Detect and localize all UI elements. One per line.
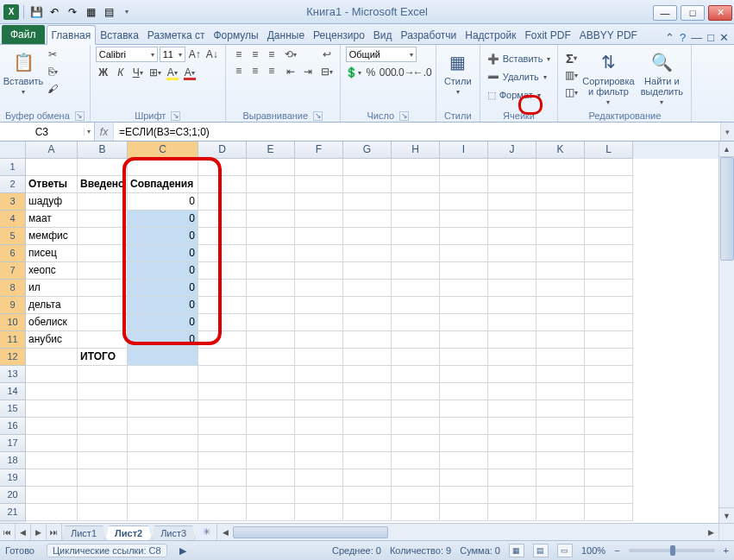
- cell-J12[interactable]: [488, 349, 536, 366]
- scroll-down-icon[interactable]: ▼: [719, 507, 734, 523]
- cell-I20[interactable]: [440, 487, 488, 504]
- row-header-8[interactable]: 8: [0, 280, 26, 297]
- cell-I14[interactable]: [440, 383, 488, 400]
- cell-G11[interactable]: [343, 331, 392, 349]
- cell-H18[interactable]: [392, 452, 440, 469]
- font-color-icon[interactable]: A▾: [182, 65, 198, 80]
- cell-A7[interactable]: хеопс: [26, 262, 78, 280]
- cell-A20[interactable]: [26, 487, 78, 504]
- row-header-16[interactable]: 16: [0, 418, 26, 435]
- cell-K11[interactable]: [536, 331, 585, 349]
- cell-H9[interactable]: [392, 297, 440, 314]
- cell-E11[interactable]: [247, 331, 295, 349]
- cell-K17[interactable]: [536, 435, 585, 452]
- close-button[interactable]: ✕: [708, 5, 732, 21]
- cell-J17[interactable]: [488, 435, 536, 452]
- ribbon-minimize-icon[interactable]: ⌃: [665, 31, 674, 44]
- comma-icon[interactable]: 000: [380, 65, 396, 80]
- cell-A11[interactable]: анубис: [26, 331, 78, 349]
- row-header-1[interactable]: 1: [0, 159, 26, 176]
- sheet-tab-1[interactable]: Лист1: [61, 525, 106, 540]
- cell-E18[interactable]: [247, 452, 295, 469]
- horizontal-scrollbar[interactable]: ◀ ▶: [216, 524, 718, 540]
- cell-A4[interactable]: маат: [26, 211, 78, 228]
- cell-D17[interactable]: [198, 435, 247, 452]
- cell-H15[interactable]: [392, 400, 440, 418]
- view-pagebreak-icon[interactable]: ▭: [557, 544, 573, 557]
- hscroll-thumb[interactable]: [233, 526, 388, 538]
- cell-E16[interactable]: [247, 418, 295, 435]
- cell-I19[interactable]: [440, 469, 488, 487]
- cell-D3[interactable]: [198, 193, 247, 211]
- cell-B7[interactable]: [78, 262, 128, 280]
- cell-H11[interactable]: [392, 331, 440, 349]
- cell-L17[interactable]: [585, 435, 633, 452]
- cell-J14[interactable]: [488, 383, 536, 400]
- increase-indent-icon[interactable]: ⇥: [300, 64, 316, 79]
- cell-E21[interactable]: [247, 504, 295, 521]
- tab-insert[interactable]: Вставка: [96, 26, 143, 44]
- save-icon[interactable]: 💾: [28, 4, 44, 20]
- cell-H10[interactable]: [392, 314, 440, 331]
- cell-E15[interactable]: [247, 400, 295, 418]
- cell-C5[interactable]: 0: [128, 228, 198, 245]
- cell-C12[interactable]: [128, 349, 198, 366]
- cell-A5[interactable]: мемфис: [26, 228, 78, 245]
- cell-F7[interactable]: [295, 262, 343, 280]
- cell-L14[interactable]: [585, 383, 633, 400]
- clipboard-dialog-icon[interactable]: ↘: [75, 111, 85, 121]
- cell-K7[interactable]: [536, 262, 585, 280]
- cell-G8[interactable]: [343, 280, 392, 297]
- doc-close-icon[interactable]: ✕: [719, 31, 729, 44]
- row-header-10[interactable]: 10: [0, 314, 26, 331]
- cell-I3[interactable]: [440, 193, 488, 211]
- cell-D16[interactable]: [198, 418, 247, 435]
- format-cells-button[interactable]: ⬚Формат▾: [486, 86, 543, 104]
- cell-L5[interactable]: [585, 228, 633, 245]
- cell-E1[interactable]: [247, 159, 295, 176]
- cell-K10[interactable]: [536, 314, 585, 331]
- cell-F14[interactable]: [295, 383, 343, 400]
- cell-G7[interactable]: [343, 262, 392, 280]
- cell-B10[interactable]: [78, 314, 128, 331]
- sheet-tab-3[interactable]: Лист3: [151, 525, 196, 540]
- cell-F12[interactable]: [295, 349, 343, 366]
- cell-E19[interactable]: [247, 469, 295, 487]
- cell-H21[interactable]: [392, 504, 440, 521]
- row-header-13[interactable]: 13: [0, 366, 26, 383]
- cell-E2[interactable]: [247, 176, 295, 193]
- cell-K16[interactable]: [536, 418, 585, 435]
- alignment-dialog-icon[interactable]: ↘: [313, 111, 323, 121]
- cell-H17[interactable]: [392, 435, 440, 452]
- vscroll-thumb[interactable]: [720, 157, 734, 261]
- cell-B3[interactable]: [78, 193, 128, 211]
- autosum-icon[interactable]: Σ▾: [563, 50, 579, 66]
- cell-D19[interactable]: [198, 469, 247, 487]
- col-header-H[interactable]: H: [392, 142, 440, 159]
- tab-data[interactable]: Данные: [263, 26, 309, 44]
- cell-B15[interactable]: [78, 400, 128, 418]
- cell-L16[interactable]: [585, 418, 633, 435]
- tab-review[interactable]: Рецензиро: [309, 26, 369, 44]
- cell-B13[interactable]: [78, 366, 128, 383]
- fx-icon[interactable]: fx: [95, 123, 114, 141]
- fill-icon[interactable]: ▥▾: [563, 67, 579, 83]
- cell-H7[interactable]: [392, 262, 440, 280]
- sheet-nav-first-icon[interactable]: ⏮: [0, 524, 16, 540]
- cell-A9[interactable]: дельта: [26, 297, 78, 314]
- row-header-21[interactable]: 21: [0, 504, 26, 521]
- cell-K21[interactable]: [536, 504, 585, 521]
- row-header-20[interactable]: 20: [0, 487, 26, 504]
- cell-C8[interactable]: 0: [128, 280, 198, 297]
- cell-K9[interactable]: [536, 297, 585, 314]
- cell-B9[interactable]: [78, 297, 128, 314]
- cell-B11[interactable]: [78, 331, 128, 349]
- view-pagelayout-icon[interactable]: ▤: [533, 544, 549, 557]
- cell-J21[interactable]: [488, 504, 536, 521]
- col-header-K[interactable]: K: [536, 142, 585, 159]
- cell-L1[interactable]: [585, 159, 633, 176]
- cell-A6[interactable]: писец: [26, 245, 78, 262]
- paste-button[interactable]: 📋 Вставить ▾: [5, 47, 41, 96]
- scroll-right-icon[interactable]: ▶: [703, 528, 718, 537]
- file-tab[interactable]: Файл: [2, 25, 45, 44]
